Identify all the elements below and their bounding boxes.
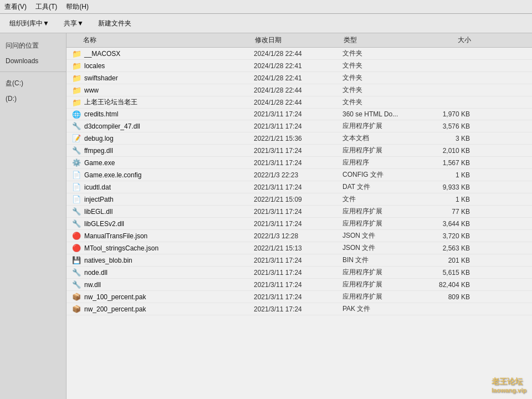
file-name: 上老王论坛当老王 <box>82 98 254 107</box>
table-row[interactable]: locales 2024/1/28 22:41 文件夹 <box>66 60 532 72</box>
file-date: 2021/3/11 17:24 <box>254 110 342 118</box>
file-size: 2,563 KB <box>420 244 475 252</box>
file-size: 2,010 KB <box>420 147 475 155</box>
file-type: 应用程序扩展 <box>342 146 420 155</box>
file-name: __MACOSX <box>82 50 254 58</box>
file-type: 应用程序扩展 <box>342 280 420 289</box>
file-date: 2021/3/11 17:24 <box>254 293 342 301</box>
file-name: swiftshader <box>82 74 254 82</box>
dll-icon <box>71 268 82 277</box>
file-type: 文件夹 <box>342 61 420 70</box>
menu-tools[interactable]: 工具(T) <box>35 2 57 12</box>
file-type: 文件夹 <box>342 49 420 58</box>
col-date-header[interactable]: 修改日期 <box>255 35 344 45</box>
table-row[interactable]: ManualTransFile.json 2022/1/3 12:28 JSON… <box>66 230 532 242</box>
file-type: DAT 文件 <box>342 182 420 192</box>
new-folder-label: 新建文件夹 <box>98 19 131 28</box>
file-type: 应用程序 <box>342 158 420 167</box>
json-icon <box>71 244 82 253</box>
table-row[interactable]: __MACOSX 2024/1/28 22:44 文件夹 <box>66 48 532 60</box>
table-row[interactable]: libEGL.dll 2021/3/11 17:24 应用程序扩展 77 KB <box>66 206 532 218</box>
sidebar-item-downloads[interactable]: Downloads <box>0 54 66 68</box>
file-size: 3,644 KB <box>420 220 475 228</box>
share-button[interactable]: 共享▼ <box>60 17 88 30</box>
file-name: ManualTransFile.json <box>82 232 254 240</box>
share-label: 共享▼ <box>64 19 84 28</box>
pak-icon <box>71 305 82 314</box>
file-name: Game.exe.le.config <box>82 171 254 179</box>
file-name: injectPath <box>82 196 254 203</box>
menu-view[interactable]: 查看(V) <box>4 2 27 12</box>
folder-icon <box>71 98 82 107</box>
table-row[interactable]: swiftshader 2024/1/28 22:41 文件夹 <box>66 72 532 84</box>
table-row[interactable]: icudtl.dat 2021/3/11 17:24 DAT 文件 9,933 … <box>66 181 532 193</box>
file-type: 文本文档 <box>342 134 420 143</box>
file-type: 文件 <box>342 195 420 204</box>
file-date: 2021/3/11 17:24 <box>254 220 342 228</box>
menu-bar: 查看(V) 工具(T) 帮助(H) <box>0 0 532 14</box>
sidebar-item-d-drive[interactable]: (D:) <box>0 91 66 106</box>
menu-help[interactable]: 帮助(H) <box>66 2 89 12</box>
pak-icon <box>71 293 82 301</box>
file-date: 2021/3/11 17:24 <box>254 269 342 277</box>
table-row[interactable]: libGLESv2.dll 2021/3/11 17:24 应用程序扩展 3,6… <box>66 218 532 230</box>
file-type: JSON 文件 <box>342 231 420 241</box>
file-area[interactable]: 名称 修改日期 类型 大小 __MACOSX 2024/1/28 22:44 文… <box>66 33 532 399</box>
sidebar-item-location[interactable]: 问问的位置 <box>0 38 66 54</box>
file-name: ffmpeg.dll <box>82 147 254 155</box>
table-row[interactable]: d3dcompiler_47.dll 2021/3/11 17:24 应用程序扩… <box>66 120 532 132</box>
table-row[interactable]: ffmpeg.dll 2021/3/11 17:24 应用程序扩展 2,010 … <box>66 145 532 157</box>
file-type: BIN 文件 <box>342 255 420 265</box>
file-date: 2024/1/28 22:44 <box>254 86 342 94</box>
folder-icon <box>71 86 82 95</box>
file-date: 2022/1/3 22:23 <box>254 171 342 179</box>
table-row[interactable]: debug.log 2022/1/21 15:36 文本文档 3 KB <box>66 132 532 145</box>
table-row[interactable]: credits.html 2021/3/11 17:24 360 se HTML… <box>66 109 532 120</box>
table-row[interactable]: MTool_stringsCache.json 2022/1/21 15:13 … <box>66 242 532 254</box>
table-row[interactable]: Game.exe.le.config 2022/1/3 22:23 CONFIG… <box>66 169 532 181</box>
col-name-header[interactable]: 名称 <box>66 35 255 45</box>
table-row[interactable]: 上老王论坛当老王 2024/1/28 22:44 文件夹 <box>66 96 532 109</box>
file-date: 2024/1/28 22:41 <box>254 74 342 82</box>
file-date: 2024/1/28 22:41 <box>254 62 342 70</box>
file-size: 3,720 KB <box>420 232 475 240</box>
file-type: 文件夹 <box>342 85 420 95</box>
dll-icon <box>71 146 82 155</box>
table-row[interactable]: Game.exe 2021/3/11 17:24 应用程序 1,567 KB <box>66 157 532 169</box>
file-size: 9,933 KB <box>420 183 475 191</box>
file-type: 应用程序扩展 <box>342 268 420 277</box>
file-date: 2021/3/11 17:24 <box>254 159 342 167</box>
file-type: 应用程序扩展 <box>342 207 420 216</box>
file-type: 文件夹 <box>342 98 420 107</box>
file-date: 2021/3/11 17:24 <box>254 122 342 130</box>
table-row[interactable]: nw.dll 2021/3/11 17:24 应用程序扩展 82,404 KB <box>66 279 532 291</box>
table-row[interactable]: natives_blob.bin 2021/3/11 17:24 BIN 文件 … <box>66 254 532 267</box>
file-size: 82,404 KB <box>420 281 475 289</box>
file-type: 360 se HTML Do... <box>342 110 420 118</box>
file-size: 1 KB <box>420 196 475 203</box>
file-name: nw.dll <box>82 281 254 289</box>
file-name: credits.html <box>82 110 254 118</box>
file-name: libGLESv2.dll <box>82 220 254 228</box>
file-size: 1 KB <box>420 171 475 179</box>
table-row[interactable]: node.dll 2021/3/11 17:24 应用程序扩展 5,615 KB <box>66 267 532 279</box>
col-type-header[interactable]: 类型 <box>344 35 421 45</box>
table-row[interactable]: injectPath 2022/1/21 15:09 文件 1 KB <box>66 193 532 206</box>
file-icon <box>71 183 82 192</box>
table-row[interactable]: nw_100_percent.pak 2021/3/11 17:24 应用程序扩… <box>66 291 532 303</box>
file-date: 2021/3/11 17:24 <box>254 208 342 216</box>
new-folder-button[interactable]: 新建文件夹 <box>94 17 135 30</box>
json-icon <box>71 232 82 241</box>
table-row[interactable]: www 2024/1/28 22:44 文件夹 <box>66 84 532 96</box>
file-size: 1,567 KB <box>420 159 475 167</box>
organize-button[interactable]: 组织到库中▼ <box>6 17 53 30</box>
file-date: 2022/1/3 12:28 <box>254 232 342 240</box>
file-type: 应用程序扩展 <box>342 219 420 228</box>
file-date: 2024/1/28 22:44 <box>254 50 342 58</box>
file-date: 2022/1/21 15:13 <box>254 244 342 252</box>
file-size: 809 KB <box>420 293 475 301</box>
col-size-header[interactable]: 大小 <box>421 35 477 45</box>
sidebar-item-c-drive[interactable]: 盘(C:) <box>0 75 66 91</box>
log-icon <box>71 134 82 143</box>
table-row[interactable]: nw_200_percent.pak 2021/3/11 17:24 PAK 文… <box>66 303 532 315</box>
